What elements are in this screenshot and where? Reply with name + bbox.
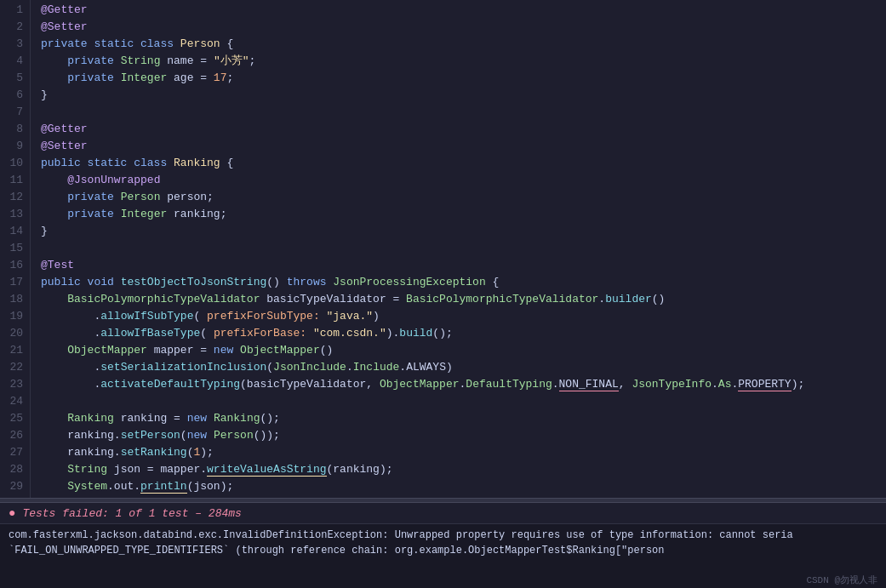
code-token: }: [41, 225, 48, 237]
code-line-17: public void testObjectToJsonString() thr…: [41, 274, 886, 291]
code-line-15: [41, 240, 886, 257]
code-token: setPerson: [121, 429, 180, 442]
line-number-6: 6: [0, 87, 23, 104]
line-number-21: 21: [0, 342, 23, 359]
code-token: ;: [226, 71, 233, 84]
code-token: prefixForSubType:: [207, 310, 320, 323]
error-line-1: com.fasterxml.jackson.databind.exc.Inval…: [9, 528, 877, 543]
code-line-19: .allowIfSubType( prefixForSubType: "java…: [41, 308, 886, 325]
code-line-2: @Setter: [41, 19, 886, 36]
code-line-14: }: [41, 223, 886, 240]
code-token: {: [220, 157, 234, 169]
code-token: (ranking);: [327, 463, 393, 476]
code-token: (basicTypeValidator,: [240, 378, 380, 391]
code-line-21: ObjectMapper mapper = new ObjectMapper(): [41, 342, 886, 359]
code-token: (: [193, 310, 207, 323]
code-token: @Setter: [41, 20, 88, 33]
code-token: name =: [160, 54, 213, 67]
code-token: ();: [432, 327, 452, 340]
code-token: new: [187, 429, 214, 442]
code-line-22: .setSerializationInclusion(JsonInclude.I…: [41, 359, 886, 376]
code-line-3: private static class Person {: [41, 36, 886, 53]
code-line-13: private Integer ranking;: [41, 206, 886, 223]
code-token: [320, 310, 327, 323]
watermark: CSDN @勿视人非: [806, 574, 877, 586]
code-token: JsonTypeInfo: [632, 378, 712, 391]
code-token: ObjectMapper: [380, 378, 460, 391]
line-number-7: 7: [0, 104, 23, 121]
code-token: ranking =: [114, 412, 187, 425]
code-token: (): [320, 344, 334, 357]
code-token: System: [67, 480, 107, 493]
code-token: setSerializationInclusion: [100, 361, 266, 374]
code-token: testObjectToJsonString: [121, 276, 267, 288]
code-token: {: [486, 276, 500, 288]
code-token: ranking;: [167, 208, 226, 220]
code-token: );: [200, 446, 214, 459]
code-line-10: public static class Ranking {: [41, 155, 886, 172]
line-number-22: 22: [0, 359, 23, 376]
code-token: Ranking: [214, 412, 260, 425]
code-line-16: @Test: [41, 257, 886, 274]
code-line-26: ranking.setPerson(new Person());: [41, 427, 886, 444]
code-token: ();: [260, 412, 279, 425]
code-token: public void: [41, 276, 121, 288]
code-token: Person: [121, 191, 161, 203]
code-token: private static class: [41, 37, 180, 50]
code-line-23: .activateDefaultTyping(basicTypeValidato…: [41, 376, 886, 393]
code-token: ObjectMapper: [67, 344, 147, 357]
line-number-14: 14: [0, 223, 23, 240]
line-number-29: 29: [0, 478, 23, 495]
line-numbers: 1234567891011121314151617181920212223242…: [0, 0, 31, 498]
test-status-text: Tests failed: 1 of 1 test – 284ms: [22, 507, 241, 520]
line-number-27: 27: [0, 444, 23, 461]
code-token: new: [187, 412, 214, 425]
error-icon: ●: [9, 506, 15, 520]
code-line-6: }: [41, 87, 886, 104]
code-line-29: System.out.println(json);: [41, 478, 886, 495]
line-number-15: 15: [0, 240, 23, 257]
code-token: Integer: [121, 208, 168, 220]
code-line-1: @Getter: [41, 2, 886, 19]
code-token: writeValueAsString: [207, 463, 326, 477]
code-token: BasicPolymorphicTypeValidator: [67, 293, 260, 305]
code-token: private: [67, 208, 120, 220]
line-number-4: 4: [0, 53, 23, 70]
code-token: "com.csdn.": [313, 327, 386, 340]
code-token: .: [598, 293, 605, 305]
error-output: com.fasterxml.jackson.databind.exc.Inval…: [0, 524, 886, 562]
code-token: json = mapper.: [107, 463, 207, 476]
line-number-25: 25: [0, 410, 23, 427]
test-status-bar: ● Tests failed: 1 of 1 test – 284ms: [0, 503, 886, 524]
line-number-18: 18: [0, 291, 23, 308]
code-token: .: [346, 361, 353, 374]
code-token: [306, 327, 313, 340]
code-line-28: String json = mapper.writeValueAsString(…: [41, 461, 886, 478]
code-token: ): [373, 310, 380, 323]
line-number-1: 1: [0, 2, 23, 19]
code-token: Person: [180, 37, 220, 50]
line-number-10: 10: [0, 155, 23, 172]
code-line-4: private String name = "小芳";: [41, 53, 886, 70]
error-line-2: `FAIL_ON_UNWRAPPED_TYPE_IDENTIFIERS` (th…: [9, 543, 877, 558]
code-line-12: private Person person;: [41, 189, 886, 206]
code-token: ,: [619, 378, 632, 391]
code-token: private: [67, 71, 120, 84]
code-token: BasicPolymorphicTypeValidator: [406, 293, 598, 305]
code-token: ());: [254, 429, 280, 442]
code-token: Ranking: [174, 157, 220, 169]
code-token: age =: [167, 71, 214, 84]
code-token: Include: [353, 361, 400, 374]
error-text-1: com.fasterxml.jackson.databind.exc.Inval…: [9, 529, 793, 541]
code-line-18: BasicPolymorphicTypeValidator basicTypeV…: [41, 291, 886, 308]
code-token: (): [652, 293, 666, 305]
line-number-16: 16: [0, 257, 23, 274]
code-line-8: @Getter: [41, 121, 886, 138]
code-token: private: [67, 54, 120, 67]
code-token: .: [552, 378, 559, 391]
line-number-3: 3: [0, 36, 23, 53]
code-line-30: }: [41, 495, 886, 498]
code-token: build: [399, 327, 432, 340]
code-token: activateDefaultTyping: [100, 378, 240, 391]
code-token: .: [712, 378, 718, 391]
